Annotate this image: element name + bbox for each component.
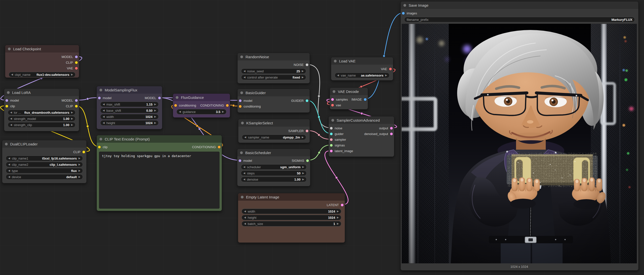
decrement-arrow-icon[interactable]: ◀ [10,111,12,114]
node-empty-latent-image[interactable]: Empty Latent ImageLATENT◀width1024▶◀heig… [238,193,345,243]
increment-arrow-icon[interactable]: ▶ [302,136,304,138]
collapse-dot-icon[interactable] [100,138,102,140]
collapse-dot-icon[interactable] [8,48,11,50]
prompt-textarea[interactable]: tjtoy toy holding sparkgpu gpu in a data… [99,152,220,209]
link-midpoint-dot[interactable] [318,95,320,97]
link-midpoint-dot[interactable] [318,116,320,118]
noise-input-port[interactable] [330,127,333,130]
increment-arrow-icon[interactable]: ▶ [385,74,387,77]
increment-arrow-icon[interactable]: ▶ [154,103,156,106]
widget-lor-[interactable]: ◀lor ...flux_dreambooth.safetensors▶ [8,110,76,115]
link-midpoint-dot[interactable] [360,113,363,115]
decrement-arrow-icon[interactable]: ◀ [337,74,339,77]
model-input-port[interactable] [239,99,242,102]
link-midpoint-dot[interactable] [196,125,198,127]
widget-clip-name2[interactable]: ◀clip_name2clip_l.safetensors▶ [6,162,83,167]
collapse-dot-icon[interactable] [241,196,244,198]
decrement-arrow-icon[interactable]: ◀ [179,111,181,113]
conditioning-input-port[interactable] [174,104,177,107]
node-titlebar[interactable]: Load VAE [331,57,393,65]
node-clip-text-encode[interactable]: CLIP Text Encode (Prompt)clipCONDITIONIN… [96,135,222,211]
decrement-arrow-icon[interactable]: ◀ [244,70,246,72]
widget-steps[interactable]: ◀steps50▶ [241,170,307,176]
VAE-output-port[interactable] [75,67,78,70]
MODEL-output-port[interactable] [75,99,78,102]
MODEL-output-port[interactable] [75,56,78,58]
decrement-arrow-icon[interactable]: ◀ [244,216,246,219]
collapse-dot-icon[interactable] [240,91,243,94]
decrement-arrow-icon[interactable]: ◀ [244,76,246,79]
increment-arrow-icon[interactable]: ▶ [337,222,339,225]
widget-width[interactable]: ◀width1024▶ [242,209,341,214]
link-random-noise-to-sampler-custom-advanced[interactable] [307,64,331,128]
MODEL-output-port[interactable] [158,97,161,99]
link-load-lora-to-model-sampling-flux[interactable] [76,98,99,100]
node-titlebar[interactable]: Load LoRA [4,89,79,96]
link-midpoint-dot[interactable] [335,177,338,179]
CLIP-output-port[interactable] [82,151,85,153]
node-sampler-custom-advanced[interactable]: SamplerCustomAdvancednoiseoutputguiderde… [328,116,394,157]
decrement-arrow-icon[interactable]: ◀ [243,178,245,181]
widget-ckpt-name[interactable]: ◀ckpt_nameflux1-dev.safetensors▶ [9,72,76,77]
decrement-arrow-icon[interactable]: ◀ [243,166,245,168]
collapse-dot-icon[interactable] [334,60,336,63]
widget-control-after-generate[interactable]: ◀control after generatefixed▶ [241,75,306,80]
CONDITIONING-output-port[interactable] [226,104,229,107]
sampler-input-port[interactable] [330,138,333,141]
node-load-lora[interactable]: Load LoRAmodelMODELclipCLIP◀lor ...flux_… [4,88,79,131]
vae-input-port[interactable] [331,104,334,107]
link-midpoint-dot[interactable] [318,152,320,154]
node-titlebar[interactable]: ModelSamplingFlux [97,86,162,94]
widget-type[interactable]: ◀typeflux▶ [6,168,83,173]
increment-arrow-icon[interactable]: ▶ [78,176,80,178]
increment-arrow-icon[interactable]: ▶ [302,172,304,174]
NOISE-output-port[interactable] [306,63,308,66]
node-basic-guider[interactable]: BasicGuidermodelGUIDERconditioning [237,89,310,113]
widget-height[interactable]: ◀height1024▶ [100,120,159,126]
LATENT-output-port[interactable] [341,204,344,206]
link-basic-guider-to-sampler-custom-advanced[interactable] [307,100,331,134]
node-titlebar[interactable]: Empty Latent Image [238,193,345,201]
clip-input-port[interactable] [98,146,101,148]
collapse-dot-icon[interactable] [240,151,243,154]
collapse-dot-icon[interactable] [176,96,178,99]
decrement-arrow-icon[interactable]: ◀ [11,73,13,76]
increment-arrow-icon[interactable]: ▶ [302,178,304,181]
widget-base-shift[interactable]: ◀base_shift0.50▶ [100,108,159,113]
sigmas-input-port[interactable] [330,144,333,147]
node-titlebar[interactable]: Load Checkpoint [5,45,79,53]
node-ksampler-select[interactable]: KSamplerSelectSAMPLER◀sampler_namedpmpp_… [238,119,310,143]
node-flux-guidance[interactable]: FluxGuidanceconditioningCONDITIONING◀gui… [173,93,230,118]
collapse-dot-icon[interactable] [241,122,244,124]
widget-noise-seed[interactable]: ◀noise_seed25▶ [241,68,306,74]
node-titlebar[interactable]: KSamplerSelect [238,119,310,127]
link-midpoint-dot[interactable] [318,134,320,136]
increment-arrow-icon[interactable]: ▶ [78,163,80,166]
widget-height[interactable]: ◀height1024▶ [242,215,341,220]
decrement-arrow-icon[interactable]: ◀ [10,117,12,120]
collapse-dot-icon[interactable] [333,90,335,93]
increment-arrow-icon[interactable]: ▶ [154,122,156,124]
decrement-arrow-icon[interactable]: ◀ [244,136,246,138]
increment-arrow-icon[interactable]: ▶ [71,117,73,120]
node-save-image[interactable]: Save Imageimagesfilename_prefixMarkuryFL… [400,1,638,270]
decrement-arrow-icon[interactable]: ◀ [103,109,105,112]
node-load-vae[interactable]: Load VAEVAE◀vae_nameae.safetensors▶ [331,57,393,81]
link-midpoint-dot[interactable] [87,98,89,100]
increment-arrow-icon[interactable]: ▶ [71,111,73,114]
decrement-arrow-icon[interactable]: ◀ [244,222,246,225]
collapse-dot-icon[interactable] [332,119,334,122]
model-input-port[interactable] [238,159,241,162]
decrement-arrow-icon[interactable]: ◀ [243,172,245,174]
increment-arrow-icon[interactable]: ▶ [78,157,80,160]
latent_image-input-port[interactable] [330,150,333,152]
decrement-arrow-icon[interactable]: ◀ [244,210,246,212]
increment-arrow-icon[interactable]: ▶ [302,166,304,168]
collapse-dot-icon[interactable] [240,56,243,58]
widget-denoise[interactable]: ◀denoise1.00▶ [241,177,307,182]
conditioning-input-port[interactable] [239,105,242,108]
node-load-checkpoint[interactable]: Load CheckpointMODELCLIPVAE◀ckpt_nameflu… [5,45,79,78]
SAMPLER-output-port[interactable] [306,130,308,132]
CLIP-output-port[interactable] [75,61,78,64]
link-midpoint-dot[interactable] [198,128,201,130]
